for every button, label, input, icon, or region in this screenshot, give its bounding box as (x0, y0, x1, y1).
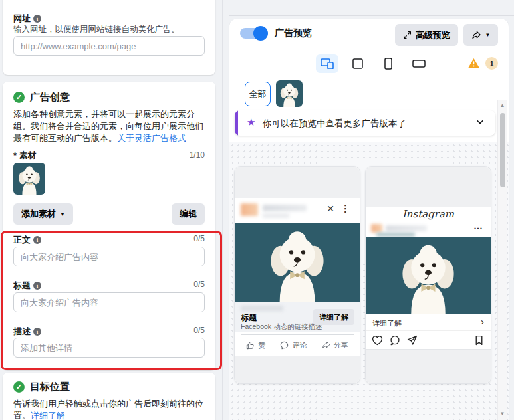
comment-bubble-icon (280, 341, 289, 350)
redacted-domain (241, 306, 283, 311)
destination-description: 告诉我们用户轻触或点击你的广告后即刻前往的位置。详细了解 (13, 398, 206, 420)
ad-creative-description: 添加各种创意元素，并将可以一起展示的元素分组。我们将合并合适的元素，向每位用户展… (13, 108, 206, 144)
like-button[interactable]: 赞 (246, 340, 265, 350)
ads-manager-page: 网址i 输入网址，以便使用网站链接自动美化广告。 ✓ 广告创意 添加各种创意元素… (0, 0, 514, 420)
ad-preview-toggle[interactable] (240, 27, 267, 39)
url-input[interactable] (13, 36, 205, 56)
device-all-button[interactable] (316, 54, 338, 73)
description-counter: 0/5 (193, 326, 205, 335)
warning-icon[interactable] (468, 58, 479, 71)
url-label-row: 网址i (13, 12, 41, 25)
landscape-icon (412, 60, 426, 68)
flexible-format-link[interactable]: 关于灵活广告格式 (117, 133, 186, 143)
headline-input[interactable] (13, 292, 205, 312)
scroll-up-icon[interactable]: ▲ (498, 102, 507, 109)
share-arrow-icon (471, 31, 481, 40)
divider (8, 5, 210, 5)
asset-label: * 素材 (13, 150, 37, 161)
caret-down-icon: ▼ (60, 211, 65, 217)
bookmark-icon[interactable] (474, 335, 484, 346)
destination-learn-more-link[interactable]: 详细了解 (31, 411, 65, 420)
ad-preview-label: 广告预览 (275, 27, 312, 39)
more-options-icon[interactable]: … (473, 221, 483, 231)
asset-thumbnail[interactable] (13, 163, 45, 195)
divider (229, 76, 509, 76)
description-input[interactable] (13, 338, 205, 358)
notification-bar[interactable]: ★ 你可以在预览中查看更多广告版本了 (235, 110, 495, 136)
redacted-username (386, 225, 427, 231)
ad-creative-title: 广告创意 (30, 91, 70, 104)
info-icon[interactable]: i (33, 282, 41, 290)
add-asset-button[interactable]: 添加素材 ▼ (13, 203, 73, 225)
comment-icon[interactable] (390, 335, 400, 346)
feed-bottom-band (366, 349, 491, 383)
redacted-avatar (371, 224, 382, 233)
desktop-mobile-icon (321, 58, 334, 69)
portrait-format-button[interactable] (377, 54, 400, 73)
feed-top-band (366, 167, 491, 207)
ig-cta-row[interactable]: 详细了解 › (366, 314, 491, 330)
share-label: 分享 (334, 340, 348, 350)
ig-cta-label: 详细了解 (372, 318, 402, 328)
kebab-menu-icon[interactable]: ⋮ (340, 203, 350, 215)
description-label: 描述 (13, 326, 31, 336)
thumbs-up-icon (246, 341, 255, 350)
divider (229, 51, 509, 51)
url-help-text: 输入网址，以便使用网站链接自动美化广告。 (13, 24, 180, 35)
body-label-row: 正文i (13, 233, 41, 246)
asset-counter: 1/10 (190, 150, 205, 159)
check-circle-icon: ✓ (13, 92, 25, 103)
scrollbar-thumb[interactable] (500, 113, 505, 187)
info-icon[interactable]: i (33, 15, 41, 23)
close-icon[interactable]: ✕ (326, 203, 334, 214)
ad-preview-card: 广告预览 高级预览 ▼ (229, 19, 509, 420)
comment-label: 评论 (292, 340, 307, 350)
facebook-preview-card: ✕ ⋮ 标题 Facebook 动态的链接描述 详细了解 (234, 166, 360, 384)
tab-all-variants[interactable]: 全部 (245, 82, 271, 106)
feed-bottom-band (235, 356, 360, 383)
notification-accent (235, 110, 238, 136)
info-icon[interactable]: i (33, 236, 41, 244)
landscape-format-button[interactable] (408, 54, 430, 73)
toggle-knob (253, 26, 268, 41)
share-preview-button[interactable]: ▼ (463, 24, 498, 46)
ig-ad-image (366, 237, 491, 314)
redacted-avatar (241, 203, 258, 216)
like-label: 赞 (258, 340, 265, 350)
url-card: 网址i 输入网址，以便使用网站链接自动美化广告。 (3, 0, 215, 75)
tab-image-variant[interactable] (276, 80, 303, 107)
share-arrow-icon (322, 341, 330, 350)
portrait-icon (384, 58, 392, 70)
edit-button[interactable]: 编辑 (172, 203, 205, 225)
body-label: 正文 (13, 235, 31, 245)
send-icon[interactable] (407, 335, 418, 346)
info-icon[interactable]: i (33, 328, 41, 336)
panel-divider (222, 0, 223, 420)
body-counter: 0/5 (193, 234, 205, 243)
share-button[interactable]: 分享 (322, 340, 348, 350)
square-format-button[interactable] (346, 54, 369, 73)
chevron-down-icon[interactable] (475, 116, 485, 130)
body-input[interactable] (13, 247, 205, 266)
scroll-down-icon[interactable]: ▼ (498, 411, 507, 417)
fb-link-description: Facebook 动态的链接描述 (241, 322, 322, 332)
fb-ad-image (235, 223, 360, 302)
chevron-right-icon: › (481, 316, 484, 327)
instagram-preview-card: Instagram … 详细了解 › (365, 166, 491, 384)
fb-cta-button[interactable]: 详细了解 (313, 309, 354, 325)
warning-count-badge[interactable]: 1 (485, 57, 498, 70)
advanced-preview-button[interactable]: 高级预览 (395, 24, 458, 46)
feed-top-band (235, 167, 360, 199)
comment-button[interactable]: 评论 (280, 340, 307, 350)
edit-label: 编辑 (180, 208, 197, 220)
advanced-preview-label: 高级预览 (416, 29, 450, 41)
heart-icon[interactable] (372, 335, 383, 346)
check-circle-icon: ✓ (13, 381, 25, 393)
preview-scrollbar[interactable]: ▲ ▼ (497, 100, 507, 420)
redacted-page-name (263, 205, 307, 211)
ig-post-header: … (366, 221, 491, 237)
instagram-logo: Instagram (366, 207, 491, 223)
fb-post-header: ✕ ⋮ (235, 198, 360, 223)
square-icon (352, 58, 363, 69)
notification-text: 你可以在预览中查看更多广告版本了 (263, 118, 406, 130)
